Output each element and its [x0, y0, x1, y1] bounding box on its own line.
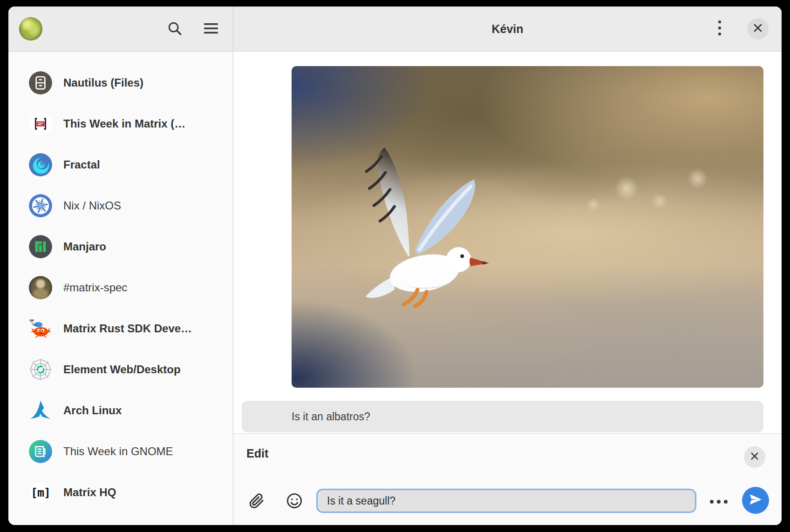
seagull-illustration: [329, 108, 490, 333]
room-name: Nix / NixOS: [63, 199, 121, 212]
ferris-crab-icon: [29, 317, 52, 340]
room-name: Arch Linux: [63, 404, 122, 417]
kebab-menu-icon: [718, 20, 722, 38]
attach-file-button[interactable]: [247, 492, 266, 511]
chat-header: Kévin: [233, 7, 782, 52]
room-item-fractal[interactable]: Fractal: [8, 144, 233, 185]
element-web-icon: [29, 358, 52, 381]
emoji-button[interactable]: [285, 492, 304, 511]
sidebar-header: [8, 7, 233, 52]
room-name: This Week in GNOME: [63, 445, 173, 458]
cancel-edit-button[interactable]: [744, 446, 765, 468]
search-icon: [167, 20, 183, 38]
close-icon: [753, 23, 763, 34]
room-item-this-week-in-matrix[interactable]: This Week in Matrix (…: [8, 103, 233, 144]
composer-area: Edit: [233, 433, 782, 525]
room-item-this-week-in-gnome[interactable]: This Week in GNOME: [8, 431, 233, 472]
close-window-button[interactable]: [747, 18, 769, 40]
sidebar: Nautilus (Files) This Week in Matrix (… …: [8, 7, 233, 525]
send-icon: [749, 492, 763, 508]
matrix-logo-text: [m]: [31, 486, 50, 499]
edit-mode-label: Edit: [246, 447, 268, 460]
room-name: This Week in Matrix (…: [63, 117, 185, 130]
room-item-nix-nixos[interactable]: Nix / NixOS: [8, 185, 233, 226]
message-text: Is it an albatros?: [292, 411, 370, 423]
close-icon: [750, 452, 759, 462]
room-item-arch-linux[interactable]: Arch Linux: [8, 390, 233, 431]
room-title: Kévin: [491, 22, 523, 36]
search-button[interactable]: [165, 20, 184, 39]
user-avatar[interactable]: [19, 17, 42, 40]
ellipsis-icon: [709, 498, 728, 506]
main-menu-button[interactable]: [201, 20, 221, 39]
paperclip-icon: [248, 492, 266, 512]
room-item-matrix-rust-sdk[interactable]: Matrix Rust SDK Deve…: [8, 308, 233, 349]
fractal-app-window: Nautilus (Files) This Week in Matrix (… …: [8, 7, 782, 525]
twig-icon: [29, 440, 52, 463]
send-button[interactable]: [742, 487, 769, 514]
room-item-matrix-spec[interactable]: #matrix-spec: [8, 267, 233, 308]
room-name: Nautilus (Files): [63, 76, 143, 89]
nixos-icon: [29, 194, 52, 217]
room-name: Manjaro: [63, 240, 106, 253]
emoji-smiley-icon: [286, 492, 303, 512]
nautilus-icon: [29, 71, 52, 94]
text-message-bubble[interactable]: Is it an albatros?: [242, 401, 763, 432]
room-item-nautilus-files[interactable]: Nautilus (Files): [8, 62, 233, 103]
fractal-icon: [29, 153, 52, 176]
room-name: Matrix HQ: [63, 486, 116, 499]
room-item-matrix-hq[interactable]: [m] Matrix HQ: [8, 472, 233, 513]
room-menu-button[interactable]: [710, 19, 729, 39]
room-name: Matrix Rust SDK Deve…: [63, 322, 192, 335]
matrix-hq-icon: [m]: [29, 481, 52, 504]
image-message-seagull[interactable]: [292, 66, 763, 388]
hamburger-menu-icon: [204, 22, 218, 36]
chat-pane: Kévin: [233, 7, 782, 525]
manjaro-icon: [29, 235, 52, 258]
twim-icon: [29, 112, 52, 135]
room-name: Element Web/Desktop: [63, 363, 181, 376]
arch-linux-icon: [29, 399, 52, 422]
room-item-element-web-desktop[interactable]: Element Web/Desktop: [8, 349, 233, 390]
message-history: Is it an albatros?: [233, 52, 782, 433]
person-photo-avatar: [29, 276, 52, 299]
message-input[interactable]: [316, 489, 696, 513]
more-options-button[interactable]: [708, 492, 729, 511]
room-list: Nautilus (Files) This Week in Matrix (… …: [8, 52, 233, 525]
room-name: #matrix-spec: [63, 281, 127, 294]
room-item-manjaro[interactable]: Manjaro: [8, 226, 233, 267]
room-name: Fractal: [63, 158, 100, 171]
